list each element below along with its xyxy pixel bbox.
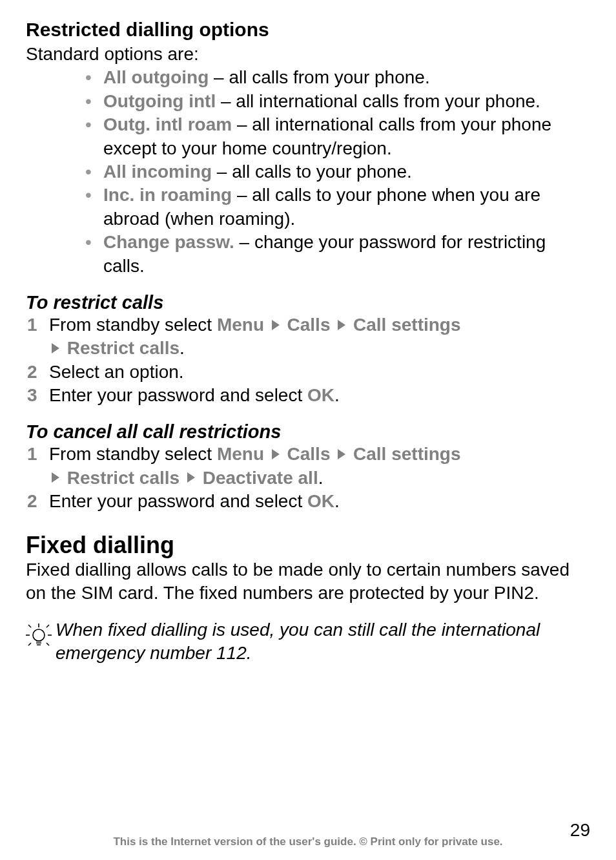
fixed-dialling-body: Fixed dialling allows calls to be made o… — [26, 558, 590, 605]
menu-path-item: OK — [307, 491, 334, 511]
list-item: Change passw. – change your password for… — [85, 231, 590, 278]
step-item: From standby select Menu Calls Call sett… — [26, 443, 590, 490]
menu-path-item: Restrict calls — [67, 468, 180, 488]
list-item: All incoming – all calls to your phone. — [85, 160, 590, 184]
svg-line-5 — [46, 625, 49, 627]
tip-row: When fixed dialling is used, you can sti… — [26, 618, 590, 666]
step-suffix: . — [334, 491, 340, 511]
menu-path-item: Menu — [217, 315, 264, 335]
menu-path-item: Call settings — [353, 315, 460, 335]
step-prefix: Enter your password and select — [49, 491, 307, 511]
step-prefix: Enter your password and select — [49, 385, 307, 405]
step-item: Enter your password and select OK. — [26, 490, 590, 513]
option-desc: – all calls from your phone. — [209, 67, 429, 87]
option-label: Change passw. — [103, 232, 234, 252]
option-label: Outg. intl roam — [103, 114, 232, 134]
chevron-right-icon — [338, 449, 345, 459]
list-item: Inc. in roaming – all calls to your phon… — [85, 184, 590, 231]
intro-text: Standard options are: — [26, 43, 590, 66]
step-suffix: . — [180, 338, 185, 358]
chevron-right-icon — [272, 449, 280, 459]
list-item: Outg. intl roam – all international call… — [85, 113, 590, 160]
chevron-right-icon — [187, 472, 195, 483]
footer: This is the Internet version of the user… — [0, 835, 616, 848]
heading-to-restrict-calls: To restrict calls — [26, 292, 590, 313]
menu-path-item: Calls — [287, 315, 331, 335]
chevron-right-icon — [52, 472, 59, 483]
step-item: Select an option. — [26, 361, 590, 384]
menu-path-item: OK — [307, 385, 334, 405]
menu-path-item: Calls — [287, 444, 331, 464]
step-prefix: From standby select — [49, 315, 217, 335]
steps-cancel: From standby select Menu Calls Call sett… — [26, 443, 590, 513]
tip-text: When fixed dialling is used, you can sti… — [56, 618, 590, 666]
step-suffix: . — [318, 468, 323, 488]
svg-line-6 — [28, 643, 31, 645]
option-label: All incoming — [103, 162, 212, 182]
step-item: From standby select Menu Calls Call sett… — [26, 313, 590, 361]
list-item: All outgoing – all calls from your phone… — [85, 66, 590, 89]
list-item: Outgoing intl – all international calls … — [85, 90, 590, 113]
step-suffix: . — [334, 385, 340, 405]
step-prefix: From standby select — [49, 444, 217, 464]
footer-text: This is the Internet version of the user… — [113, 835, 502, 848]
steps-restrict: From standby select Menu Calls Call sett… — [26, 313, 590, 408]
svg-line-7 — [46, 643, 49, 645]
lightbulb-icon — [26, 621, 56, 652]
heading-restricted-dialling-options: Restricted dialling options — [26, 18, 590, 41]
option-label: Inc. in roaming — [103, 185, 232, 205]
menu-path-item: Call settings — [353, 444, 460, 464]
chevron-right-icon — [338, 320, 345, 330]
step-item: Enter your password and select OK. — [26, 384, 590, 407]
menu-path-item: Restrict calls — [67, 338, 180, 358]
svg-line-4 — [28, 625, 31, 627]
step-plain: Select an option. — [49, 362, 184, 382]
svg-point-0 — [33, 629, 45, 641]
chevron-right-icon — [272, 320, 280, 330]
option-desc: – all calls to your phone. — [212, 162, 412, 182]
option-desc: – all international calls from your phon… — [216, 91, 540, 111]
options-list: All outgoing – all calls from your phone… — [26, 66, 590, 278]
heading-fixed-dialling: Fixed dialling — [26, 532, 590, 558]
chevron-right-icon — [52, 343, 59, 353]
heading-to-cancel-all: To cancel all call restrictions — [26, 421, 590, 443]
option-label: All outgoing — [103, 67, 209, 87]
option-label: Outgoing intl — [103, 91, 216, 111]
menu-path-item: Menu — [217, 444, 264, 464]
menu-path-item: Deactivate all — [203, 468, 318, 488]
page: Restricted dialling options Standard opt… — [0, 0, 616, 860]
